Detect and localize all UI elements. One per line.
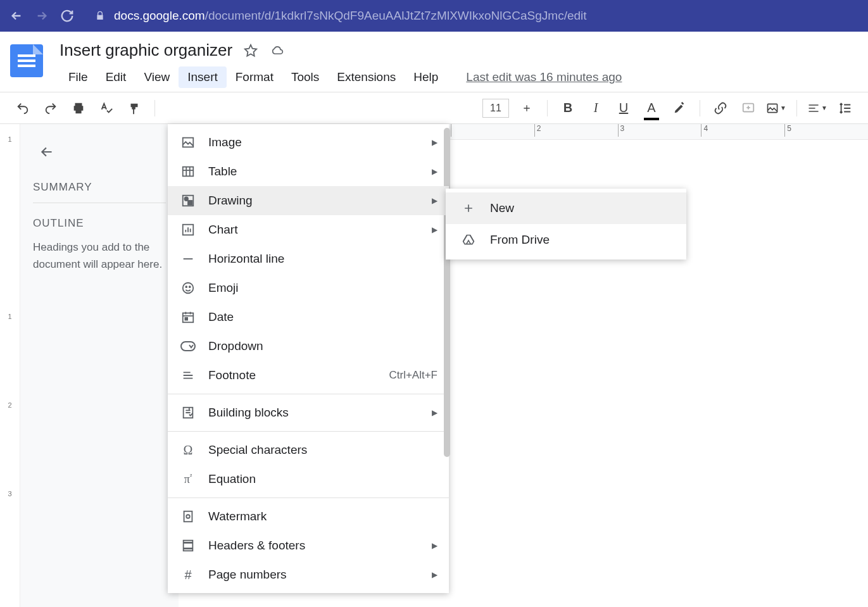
highlight-color-button[interactable] (669, 98, 689, 118)
watermark-icon (180, 509, 196, 524)
headers-footers-icon (180, 538, 196, 553)
submenu-arrow-icon: ▶ (432, 138, 437, 147)
footnote-icon (180, 368, 196, 383)
menu-insert[interactable]: Insert (179, 66, 227, 88)
bold-button[interactable]: B (558, 98, 578, 118)
chart-icon (180, 222, 196, 237)
undo-button[interactable] (13, 98, 33, 118)
menu-view[interactable]: View (135, 66, 179, 88)
insert-link-button[interactable] (710, 98, 731, 118)
last-edit-link[interactable]: Last edit was 16 minutes ago (466, 70, 622, 84)
highlighter-icon (672, 101, 686, 115)
menu-label: Watermark (208, 510, 267, 523)
align-left-icon (807, 101, 820, 115)
insert-special-characters-item[interactable]: Ω Special characters (168, 435, 449, 465)
line-spacing-button[interactable] (835, 98, 855, 118)
underline-button[interactable]: U (613, 98, 634, 118)
menu-format[interactable]: Format (227, 66, 282, 88)
submenu-arrow-icon: ▶ (432, 541, 437, 550)
insert-image-item[interactable]: Image ▶ (168, 128, 449, 157)
browser-forward-button[interactable] (33, 7, 51, 25)
undo-icon (16, 101, 30, 115)
omega-icon: Ω (180, 442, 196, 458)
address-bar[interactable]: docs.google.com/document/d/1kdkrl7sNkQdF… (84, 9, 860, 23)
insert-footnote-item[interactable]: Footnote Ctrl+Alt+F (168, 361, 449, 390)
dropdown-icon (180, 339, 196, 354)
menu-tools[interactable]: Tools (282, 66, 328, 88)
document-title[interactable]: Insert graphic organizer (60, 41, 232, 60)
menu-label: Headers & footers (208, 539, 305, 553)
print-button[interactable] (68, 98, 89, 118)
insert-image-button[interactable]: ▼ (766, 98, 786, 118)
summary-heading: SUMMARY (33, 181, 166, 194)
menu-label: Image (208, 135, 242, 149)
add-comment-button[interactable] (738, 98, 758, 118)
pi-icon: π² (180, 472, 196, 487)
link-icon (714, 101, 727, 115)
spellcheck-icon (99, 101, 113, 115)
browser-back-button[interactable] (8, 7, 25, 25)
drawing-from-drive-item[interactable]: From Drive (446, 224, 686, 256)
insert-date-item[interactable]: Date (168, 303, 449, 332)
insert-horizontal-line-item[interactable]: Horizontal line (168, 244, 449, 273)
outline-panel: SUMMARY OUTLINE Headings you add to the … (20, 124, 179, 607)
svg-point-10 (189, 286, 191, 287)
insert-headers-footers-item[interactable]: Headers & footers ▶ (168, 531, 449, 560)
insert-emoji-item[interactable]: Emoji (168, 273, 449, 303)
menu-label: From Drive (490, 233, 550, 247)
horizontal-ruler[interactable]: 2345 (451, 124, 868, 137)
url-text: docs.google.com/document/d/1kdkrl7sNkQdF… (114, 9, 587, 23)
insert-page-numbers-item[interactable]: # Page numbers ▶ (168, 560, 449, 589)
insert-watermark-item[interactable]: Watermark (168, 502, 449, 531)
svg-rect-3 (183, 167, 194, 177)
image-icon (766, 101, 779, 115)
font-size-input[interactable]: 11 (482, 99, 509, 118)
insert-chart-item[interactable]: Chart ▶ (168, 215, 449, 244)
align-button[interactable]: ▼ (807, 98, 827, 118)
submenu-arrow-icon: ▶ (432, 167, 437, 176)
menu-label: Building blocks (208, 406, 289, 420)
vertical-ruler: 1 1 2 3 (0, 124, 20, 607)
menu-label: Equation (208, 472, 256, 486)
plus-icon (522, 103, 532, 113)
toolbar-separator (796, 100, 797, 116)
arrow-right-icon (35, 9, 49, 23)
comment-plus-icon (741, 101, 755, 115)
outline-collapse-button[interactable] (33, 138, 61, 166)
star-icon[interactable] (244, 44, 258, 58)
menu-label: Horizontal line (208, 252, 284, 266)
browser-reload-button[interactable] (58, 7, 76, 25)
menu-label: Drawing (208, 194, 253, 208)
cloud-status-icon[interactable] (269, 44, 286, 57)
docs-logo-icon[interactable] (10, 44, 43, 77)
redo-button[interactable] (41, 98, 61, 118)
paint-format-button[interactable] (124, 98, 144, 118)
menu-label: Date (208, 310, 234, 324)
insert-drawing-item[interactable]: Drawing ▶ (168, 186, 449, 215)
building-blocks-icon (180, 405, 196, 420)
insert-dropdown: Image ▶ Table ▶ Drawing ▶ Chart ▶ Horizo… (168, 124, 449, 593)
insert-equation-item[interactable]: π² Equation (168, 465, 449, 494)
drawing-new-item[interactable]: New (446, 192, 686, 224)
menu-file[interactable]: File (60, 66, 97, 88)
menu-help[interactable]: Help (405, 66, 447, 88)
toolbar-separator (547, 100, 548, 116)
spellcheck-button[interactable] (96, 98, 116, 118)
menu-extensions[interactable]: Extensions (328, 66, 405, 88)
redo-icon (44, 101, 58, 115)
font-size-increase-button[interactable] (517, 98, 537, 118)
menu-edit[interactable]: Edit (97, 66, 135, 88)
menu-label: Dropdown (208, 339, 263, 353)
svg-rect-12 (185, 318, 187, 320)
toolbar-separator (700, 100, 700, 116)
italic-button[interactable]: I (586, 98, 606, 118)
insert-table-item[interactable]: Table ▶ (168, 157, 449, 186)
insert-building-blocks-item[interactable]: Building blocks ▶ (168, 398, 449, 427)
toolbar: 11 B I U A ▼ ▼ (0, 92, 868, 123)
table-icon (180, 164, 196, 179)
text-color-button[interactable]: A (641, 98, 662, 118)
insert-dropdown-item[interactable]: Dropdown (168, 332, 449, 361)
print-icon (72, 101, 85, 115)
outline-heading: OUTLINE (33, 217, 166, 230)
drawing-icon (180, 193, 196, 208)
